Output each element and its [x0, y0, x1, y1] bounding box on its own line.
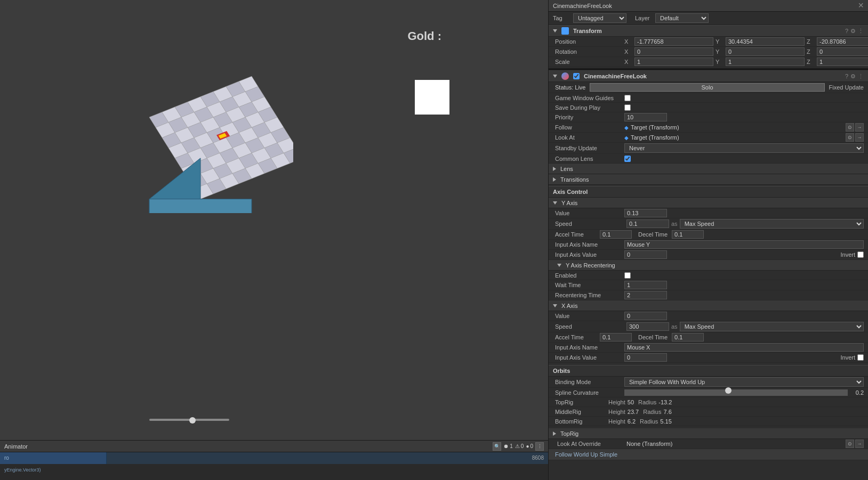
scale-x-input[interactable]	[634, 58, 713, 66]
follow-target-pick-btn[interactable]: ⊙	[846, 123, 854, 132]
y-axis-recentering-header[interactable]: Y Axis Recentering	[549, 260, 868, 271]
y-axis-recentering-title: Y Axis Recentering	[566, 262, 615, 269]
y-axis-input-name-label: Input Axis Name	[555, 241, 624, 248]
freelook-cm-icon	[561, 72, 569, 80]
x-axis-header[interactable]: X Axis	[549, 300, 868, 311]
transform-header[interactable]: Transform ? ⚙ ⋮	[549, 25, 868, 37]
x-axis-accel-label: Accel Time	[555, 334, 598, 340]
y-axis-header[interactable]: Y Axis	[549, 198, 868, 208]
follow-value: ◆ Target (Transform)	[624, 124, 846, 131]
inspector-top-bar: CinemachineFreeLook ×	[549, 0, 868, 12]
layer-label: Layer	[635, 15, 651, 21]
bottom-rig-radius-value: 5.15	[660, 418, 671, 425]
middle-rig-height-label: Height	[608, 409, 625, 415]
scene-3d-view	[107, 64, 293, 213]
scale-y-input[interactable]	[726, 58, 805, 66]
follow-target-goto-btn[interactable]: →	[855, 123, 864, 132]
y-axis-accel-row: Accel Time Decel Time	[549, 230, 868, 240]
search-icon[interactable]: 🔍	[493, 442, 501, 451]
transform-more-icon[interactable]: ⋮	[858, 28, 864, 35]
zero-count: 0	[530, 443, 533, 449]
y-axis-input-value-input[interactable]	[624, 250, 667, 259]
bottom-rig-label: BottomRig	[555, 418, 608, 425]
x-axis-accel-input[interactable]	[600, 333, 632, 341]
freelook-help-icon[interactable]: ?	[845, 73, 848, 80]
inspector-scroll[interactable]: CinemachineFreeLook × Tag Untagged Layer…	[549, 0, 868, 480]
rotation-z-label: Z	[807, 48, 815, 55]
standby-update-select[interactable]: Never	[624, 143, 864, 153]
y-recentering-time-input[interactable]	[624, 291, 667, 299]
tag-select[interactable]: Untagged	[573, 13, 626, 23]
warning-counter: ⚠ 0	[515, 443, 524, 449]
top-rig-height-label: Height	[608, 399, 625, 405]
y-axis-invert-checkbox[interactable]	[857, 251, 864, 258]
x-axis-value-input[interactable]	[624, 312, 667, 320]
playback-slider[interactable]	[149, 416, 229, 424]
menu-icon[interactable]: ⋮	[535, 442, 544, 451]
rotation-x-input[interactable]	[634, 47, 713, 56]
look-at-target-pick-btn[interactable]: ⊙	[846, 133, 854, 142]
freelook-header[interactable]: CinemachineFreeLook ? ⚙ ⋮	[549, 70, 868, 82]
transitions-title: Transitions	[560, 176, 589, 183]
common-lens-checkbox[interactable]	[624, 156, 631, 162]
freelook-arrow	[553, 75, 557, 78]
animator-row-name-1: ro	[4, 452, 102, 464]
y-axis-speed-input[interactable]	[626, 219, 669, 228]
spline-slider[interactable]	[624, 389, 848, 396]
rotation-y-input[interactable]	[726, 47, 805, 56]
y-axis-invert-row: Input Axis Value Invert	[549, 250, 868, 260]
look-at-override-text: None (Transform)	[626, 441, 672, 447]
rotation-z-input[interactable]	[817, 47, 868, 56]
x-axis-invert-checkbox[interactable]	[857, 354, 864, 361]
x-axis-value-label: Value	[555, 313, 624, 319]
bottom-rig-radius-group: Radius 5.15	[640, 418, 672, 425]
close-icon[interactable]: ×	[858, 0, 864, 11]
x-axis-invert-row: Input Axis Value Invert	[549, 353, 868, 363]
slider-thumb[interactable]	[189, 417, 196, 424]
middle-rig-height-group: Height 23.7	[608, 409, 639, 415]
binding-mode-select[interactable]: Simple Follow With World Up	[624, 377, 864, 387]
x-axis-speed-input[interactable]	[626, 322, 669, 331]
top-rig-section-header[interactable]: TopRig	[549, 428, 868, 439]
look-at-override-goto-btn[interactable]: →	[855, 440, 864, 448]
lens-header[interactable]: Lens	[549, 164, 868, 174]
freelook-more-icon[interactable]: ⋮	[858, 73, 864, 80]
x-axis-input-name-input[interactable]	[624, 343, 864, 352]
y-recentering-enabled-checkbox[interactable]	[624, 272, 631, 279]
x-axis-speed-type-select[interactable]: Max Speed	[680, 322, 864, 331]
y-axis-input-name-input[interactable]	[624, 240, 864, 249]
position-x-input[interactable]	[634, 37, 713, 46]
top-rig-height-group: Height 50	[608, 399, 634, 405]
transform-help-icon[interactable]: ?	[845, 28, 848, 35]
spline-slider-thumb[interactable]	[725, 387, 732, 394]
look-at-target-goto-btn[interactable]: →	[855, 133, 864, 142]
top-rig-radius-group: Radius -13.2	[638, 399, 672, 405]
x-axis-decel-input[interactable]	[672, 333, 704, 341]
follow-world-up-simple-label: Follow World Up Simple	[555, 451, 617, 458]
game-window-guides-checkbox[interactable]	[624, 95, 631, 101]
axis-control-section: Axis Control Y Axis Value Speed	[549, 186, 868, 363]
tag-layer-row: Tag Untagged Layer Default	[549, 12, 868, 25]
freelook-enabled-checkbox[interactable]	[573, 73, 580, 79]
solo-button[interactable]: Solo	[590, 83, 824, 92]
y-recentering-wait-input[interactable]	[624, 281, 667, 289]
look-at-override-pick-btn[interactable]: ⊙	[846, 440, 854, 448]
save-during-play-checkbox[interactable]	[624, 104, 631, 111]
transform-settings-icon[interactable]: ⚙	[850, 28, 856, 35]
priority-input[interactable]	[624, 113, 667, 121]
x-axis-input-value-input[interactable]	[624, 353, 667, 362]
scale-z-input[interactable]	[817, 58, 868, 66]
x-axis-speed-row: Speed as Max Speed	[549, 321, 868, 332]
transitions-header[interactable]: Transitions	[549, 174, 868, 185]
scene-canvas	[107, 64, 293, 213]
y-axis-speed-type-select[interactable]: Max Speed	[680, 219, 864, 229]
freelook-settings-icon[interactable]: ⚙	[850, 73, 856, 80]
bottom-rig-row: BottomRig Height 6.2 Radius 5.15	[549, 417, 868, 426]
layer-select[interactable]: Default	[655, 13, 709, 23]
y-axis-accel-input[interactable]	[600, 230, 632, 239]
y-axis-value-input[interactable]	[624, 209, 667, 217]
position-y-input[interactable]	[726, 37, 805, 46]
y-axis-decel-input[interactable]	[672, 230, 704, 239]
save-during-play-row: Save During Play	[549, 103, 868, 112]
position-z-input[interactable]	[817, 37, 868, 46]
